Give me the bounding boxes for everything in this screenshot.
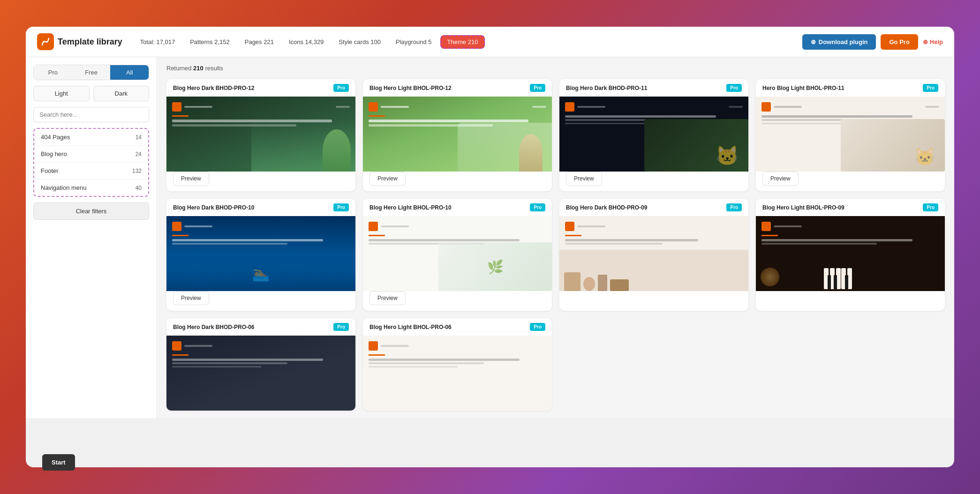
pro-badge: Pro [530, 323, 545, 331]
template-card: Hero Blog Light BHOL-PRO-11 Pro [756, 79, 945, 191]
pro-badge: Pro [530, 84, 545, 92]
card-title: Blog Hero Dark BHOD-PRO-06 [173, 324, 254, 330]
filter-404-pages[interactable]: 404 Pages 14 [34, 129, 148, 146]
go-pro-button[interactable]: Go Pro [881, 34, 918, 50]
app-title: Template library [58, 37, 122, 47]
results-count: 210 [193, 65, 204, 72]
search-input[interactable] [33, 107, 149, 122]
card-image: 🐱 [559, 97, 748, 172]
preview-button[interactable]: Preview [173, 291, 209, 305]
preview-button[interactable]: Preview [762, 172, 799, 186]
template-card: Blog Hero Dark BHOD-PRO-11 Pro [559, 79, 748, 191]
template-card: Blog Hero Dark BHOD-PRO-10 Pro [166, 199, 355, 311]
card-image: 🌿 [363, 216, 552, 291]
pro-badge: Pro [726, 84, 742, 92]
card-header: Blog Hero Dark BHOD-PRO-09 Pro [559, 199, 748, 216]
filter-navigation-menu[interactable]: Navigation menu 40 [34, 180, 148, 196]
filter-count: 14 [136, 134, 142, 141]
logo-icon [37, 33, 54, 50]
light-dark-toggle: Light Dark [33, 86, 149, 101]
card-header: Blog Hero Dark BHOD-PRO-06 Pro [166, 318, 355, 336]
card-image: 🏊 [166, 216, 355, 291]
filter-footer[interactable]: Footer 132 [34, 163, 148, 180]
preview-button[interactable]: Preview [369, 291, 406, 305]
card-title: Blog Hero Light BHOL-PRO-06 [369, 324, 452, 330]
pro-badge: Pro [726, 203, 742, 211]
card-image [166, 97, 355, 172]
header-total[interactable]: Total: 17,017 [134, 36, 181, 48]
filter-section: 404 Pages 14 Blog hero 24 Footer 132 Nav… [33, 128, 149, 197]
card-title: Blog Hero Light BHOL-PRO-10 [369, 204, 452, 211]
filter-label: Blog hero [41, 150, 67, 157]
header-icons[interactable]: Icons 14,329 [282, 36, 330, 48]
sidebar: Pro Free All Light Dark 404 Pages 14 Blo… [26, 57, 157, 418]
pro-free-all-tabs: Pro Free All [33, 65, 149, 80]
header: Template library Total: 17,017 Patterns … [26, 27, 954, 57]
header-actions: ⊕ Download plugin Go Pro ⊕ Help [802, 34, 943, 50]
template-card: Blog Hero Light BHOL-PRO-06 Pro [363, 318, 552, 411]
pro-badge: Pro [333, 84, 349, 92]
header-pages[interactable]: Pages 221 [238, 36, 280, 48]
header-patterns[interactable]: Patterns 2,152 [183, 36, 236, 48]
header-theme[interactable]: Theme 210 [440, 35, 485, 49]
filter-label: Footer [41, 167, 59, 174]
header-nav: Total: 17,017 Patterns 2,152 Pages 221 I… [134, 35, 795, 49]
card-image [363, 336, 552, 411]
filter-blog-hero[interactable]: Blog hero 24 [34, 146, 148, 163]
tab-free[interactable]: Free [72, 65, 111, 80]
preview-button[interactable]: Preview [369, 172, 406, 186]
template-card: Blog Hero Light BHOL-PRO-09 Pro [756, 199, 945, 311]
template-card: Blog Hero Light BHOL-PRO-10 Pro [363, 199, 552, 311]
template-card: Blog Hero Light BHOL-PRO-12 Pro [363, 79, 552, 191]
card-image: 🐱 [756, 97, 945, 172]
card-title: Blog Hero Dark BHOD-PRO-11 [566, 85, 647, 91]
card-image [756, 216, 945, 291]
pro-badge: Pro [923, 84, 938, 92]
pro-badge: Pro [333, 203, 349, 211]
template-card: Blog Hero Dark BHOD-PRO-06 Pro [166, 318, 355, 411]
logo-area: Template library [37, 33, 122, 50]
tab-all[interactable]: All [110, 65, 149, 80]
preview-button[interactable]: Preview [566, 172, 602, 186]
card-header: Hero Blog Light BHOL-PRO-11 Pro [756, 79, 945, 97]
card-title: Blog Hero Light BHOL-PRO-09 [762, 204, 844, 211]
help-button[interactable]: ⊕ Help [923, 38, 943, 45]
template-card: Blog Hero Dark BHOD-PRO-09 Pro [559, 199, 748, 311]
card-title: Blog Hero Dark BHOD-PRO-09 [566, 204, 647, 211]
start-button[interactable]: Start [42, 454, 75, 467]
help-icon: ⊕ [923, 38, 928, 45]
dark-theme-button[interactable]: Dark [93, 86, 150, 101]
card-image [559, 216, 748, 291]
card-image [363, 97, 552, 172]
results-header: Returned 210 results [166, 65, 945, 72]
pro-badge: Pro [923, 203, 938, 211]
card-image [166, 336, 355, 411]
content-area: Returned 210 results Blog Hero Dark BHOD… [157, 57, 954, 418]
card-header: Blog Hero Dark BHOD-PRO-12 Pro [166, 79, 355, 97]
card-header: Blog Hero Dark BHOD-PRO-10 Pro [166, 199, 355, 216]
filter-count: 132 [132, 168, 142, 174]
card-header: Blog Hero Dark BHOD-PRO-11 Pro [559, 79, 748, 97]
card-header: Blog Hero Light BHOL-PRO-06 Pro [363, 318, 552, 336]
download-plugin-button[interactable]: ⊕ Download plugin [802, 34, 876, 50]
filter-label: Navigation menu [41, 184, 87, 191]
app-container: Template library Total: 17,017 Patterns … [26, 27, 954, 467]
filter-label: 404 Pages [41, 134, 70, 141]
filter-count: 40 [136, 185, 142, 191]
light-theme-button[interactable]: Light [33, 86, 90, 101]
pro-badge: Pro [530, 203, 545, 211]
pro-badge: Pro [333, 323, 349, 331]
preview-button[interactable]: Preview [173, 172, 209, 186]
card-header: Blog Hero Light BHOL-PRO-09 Pro [756, 199, 945, 216]
cards-grid: Blog Hero Dark BHOD-PRO-12 Pro [166, 79, 945, 411]
card-title: Blog Hero Light BHOL-PRO-12 [369, 85, 452, 91]
main-layout: Pro Free All Light Dark 404 Pages 14 Blo… [26, 57, 954, 418]
wordpress-icon: ⊕ [811, 38, 816, 45]
template-card: Blog Hero Dark BHOD-PRO-12 Pro [166, 79, 355, 191]
tab-pro[interactable]: Pro [34, 65, 72, 80]
filter-count: 24 [136, 151, 142, 157]
header-playground[interactable]: Playground 5 [389, 36, 438, 48]
clear-filters-button[interactable]: Clear filters [33, 202, 149, 220]
header-style-cards[interactable]: Style cards 100 [332, 36, 387, 48]
card-title: Blog Hero Dark BHOD-PRO-10 [173, 204, 254, 211]
